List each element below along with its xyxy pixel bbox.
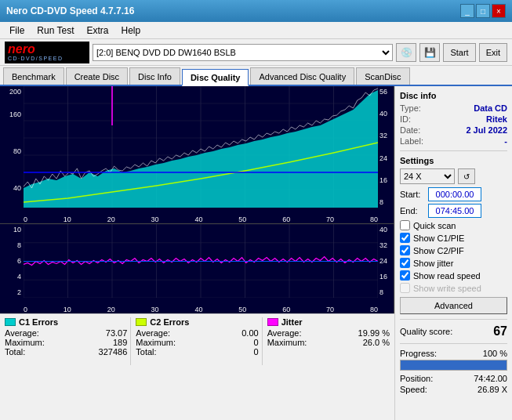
c1-max-label: Maximum: <box>5 338 45 347</box>
divider-1 <box>400 150 507 151</box>
show-read-speed-label: Show read speed <box>413 271 481 281</box>
show-jitter-checkbox[interactable] <box>400 258 410 268</box>
speed-row: 24 X ↺ <box>400 168 507 184</box>
show-read-speed-checkbox[interactable] <box>400 270 410 281</box>
disc-label-row: Label: - <box>400 136 507 146</box>
c1-avg-value: 73.07 <box>106 328 128 338</box>
bottom-chart-svg <box>24 224 378 298</box>
show-c2-pif-checkbox[interactable] <box>400 245 410 255</box>
menu-run-test[interactable]: Run Test <box>31 24 80 37</box>
position-label: Position: <box>400 374 433 383</box>
end-time-row: End: <box>400 204 507 218</box>
bottom-chart: 10 8 6 4 2 40 32 24 16 8 <box>0 223 394 313</box>
bottom-chart-y-left: 10 8 6 4 2 <box>0 224 24 298</box>
end-time-label: End: <box>400 206 425 215</box>
divider-3 <box>400 343 507 344</box>
quick-scan-row: Quick scan <box>400 220 507 230</box>
disc-id-value: Ritek <box>486 114 507 124</box>
start-time-row: Start: <box>400 187 507 201</box>
quality-score-value: 67 <box>493 324 507 339</box>
disc-type-row: Type: Data CD <box>400 103 507 113</box>
c2-label: C2 Errors <box>150 317 189 327</box>
disc-type-label: Type: <box>400 103 421 113</box>
quick-scan-label: Quick scan <box>413 221 456 230</box>
top-chart-y-right: 56 40 32 24 16 8 <box>378 86 394 208</box>
jitter-legend-title: Jitter <box>267 317 390 327</box>
minimize-button[interactable]: _ <box>460 4 474 18</box>
tab-advanced-disc-quality[interactable]: Advanced Disc Quality <box>250 67 354 85</box>
start-button[interactable]: Start <box>443 43 475 62</box>
c1-total-value: 327486 <box>99 347 128 357</box>
drive-select[interactable]: [2:0] BENQ DVD DD DW1640 BSLB <box>93 44 393 61</box>
show-write-speed-label: Show write speed <box>413 284 481 293</box>
position-value: 74:42.00 <box>474 374 507 383</box>
top-chart-x-labels: 0 10 20 30 40 50 60 70 80 <box>24 215 378 223</box>
c2-total-label: Total: <box>136 347 156 357</box>
c2-total-value: 0 <box>254 347 259 357</box>
menu-help[interactable]: Help <box>115 24 147 37</box>
jitter-legend: Jitter Average: 19.99 % Maximum: 26.0 % <box>262 317 390 365</box>
speed-value: 26.89 X <box>478 385 507 394</box>
disc-id-label: ID: <box>400 114 411 124</box>
advanced-button[interactable]: Advanced <box>400 297 507 314</box>
tab-benchmark[interactable]: Benchmark <box>3 67 64 85</box>
settings-title: Settings <box>400 156 507 165</box>
bottom-chart-y-right: 40 32 24 16 8 <box>378 224 394 298</box>
quality-score-row: Quality score: 67 <box>400 324 507 339</box>
c1-legend: C1 Errors Average: 73.07 Maximum: 189 To… <box>5 317 130 365</box>
exit-button[interactable]: Exit <box>479 43 507 62</box>
end-time-input[interactable] <box>428 204 481 218</box>
legend-strip: C1 Errors Average: 73.07 Maximum: 189 To… <box>0 313 394 368</box>
quick-scan-checkbox[interactable] <box>400 220 410 230</box>
c1-avg-label: Average: <box>5 328 39 338</box>
speed-select[interactable]: 24 X <box>400 168 455 184</box>
speed-row-2: Speed: 26.89 X <box>400 385 507 394</box>
show-jitter-label: Show jitter <box>413 259 453 268</box>
disc-label-label: Label: <box>400 136 423 146</box>
progress-row: Progress: 100 % <box>400 349 507 358</box>
c1-label: C1 Errors <box>19 317 58 327</box>
disc-date-row: Date: 2 Jul 2022 <box>400 125 507 135</box>
c1-total-label: Total: <box>5 347 25 357</box>
charts-panel: 200 160 80 40 56 40 32 24 16 8 <box>0 86 394 420</box>
c1-max-value: 189 <box>113 338 127 347</box>
disc-date-label: Date: <box>400 125 420 135</box>
tab-scan-disc[interactable]: ScanDisc <box>356 67 409 85</box>
show-write-speed-row: Show write speed <box>400 283 507 293</box>
jitter-avg-value: 19.99 % <box>358 328 390 338</box>
disc-info-title: Disc info <box>400 91 507 100</box>
top-chart: 200 160 80 40 56 40 32 24 16 8 <box>0 86 394 223</box>
disc-icon-button[interactable]: 💿 <box>396 43 416 62</box>
position-row: Position: 74:42.00 <box>400 374 507 383</box>
disc-id-row: ID: Ritek <box>400 114 507 124</box>
show-c1-pie-label: Show C1/PIE <box>413 234 464 243</box>
show-c1-pie-checkbox[interactable] <box>400 233 410 243</box>
menu-bar: File Run Test Extra Help <box>0 22 512 39</box>
c1-legend-title: C1 Errors <box>5 317 127 327</box>
c2-max-label: Maximum: <box>136 338 176 347</box>
tab-disc-info[interactable]: Disc Info <box>129 67 180 85</box>
maximize-button[interactable]: □ <box>476 4 490 18</box>
nero-logo: nero CD·DVD/SPEED <box>5 42 89 63</box>
progress-bar <box>400 360 507 371</box>
menu-file[interactable]: File <box>3 24 31 37</box>
save-icon-button[interactable]: 💾 <box>419 43 440 62</box>
top-chart-svg <box>24 86 378 208</box>
start-time-input[interactable] <box>428 187 481 201</box>
close-button[interactable]: × <box>492 4 506 18</box>
jitter-max-label: Maximum: <box>267 338 307 347</box>
app-title: Nero CD-DVD Speed 4.7.7.16 <box>6 5 134 16</box>
jitter-color-box <box>267 318 278 326</box>
c2-legend-title: C2 Errors <box>136 317 258 327</box>
tab-bar: Benchmark Create Disc Disc Info Disc Qua… <box>0 66 512 86</box>
tab-create-disc[interactable]: Create Disc <box>66 67 128 85</box>
toolbar: nero CD·DVD/SPEED [2:0] BENQ DVD DD DW16… <box>0 39 512 66</box>
menu-extra[interactable]: Extra <box>80 24 114 37</box>
show-write-speed-checkbox <box>400 283 410 293</box>
tab-disc-quality[interactable]: Disc Quality <box>182 69 249 86</box>
refresh-icon-button[interactable]: ↺ <box>458 168 475 184</box>
show-read-speed-row: Show read speed <box>400 270 507 281</box>
disc-label-value: - <box>504 136 507 146</box>
c2-avg-label: Average: <box>136 328 170 338</box>
start-time-label: Start: <box>400 190 425 199</box>
